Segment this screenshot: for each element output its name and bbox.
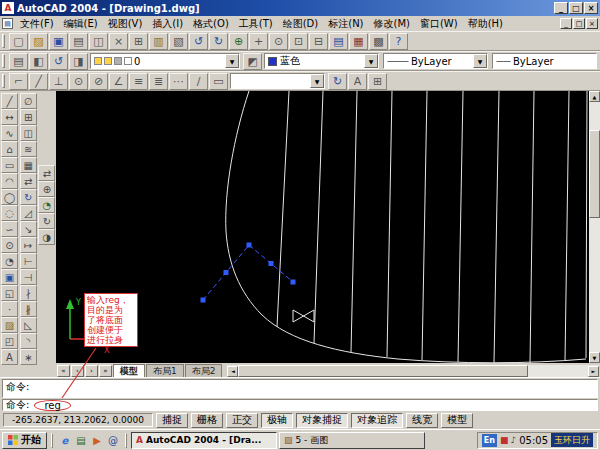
circle-icon[interactable]: ◯ <box>1 189 18 205</box>
status-toggle-button[interactable]: 线宽 <box>406 413 438 428</box>
cut-icon[interactable]: × <box>109 33 128 50</box>
menu-item[interactable]: 文件(F) <box>15 17 59 31</box>
layer-properties-icon[interactable]: ▤ <box>9 53 28 70</box>
continuous-orbit-icon[interactable]: ↻ <box>38 213 55 229</box>
rectangle-icon[interactable]: ▭ <box>1 157 18 173</box>
scrollbar-thumb[interactable] <box>589 130 600 218</box>
angular-dimension-icon[interactable]: ∠ <box>109 73 128 90</box>
pan-3d-icon[interactable]: ⇄ <box>38 165 55 181</box>
rotate-icon[interactable]: ↻ <box>20 189 37 205</box>
ie-icon[interactable]: e <box>57 433 73 448</box>
mirror-icon[interactable]: ◫ <box>20 125 37 141</box>
status-toggle-button[interactable]: 对象追踪 <box>351 413 403 428</box>
chevron-down-icon[interactable]: ▼ <box>225 54 239 68</box>
status-toggle-button[interactable]: 极轴 <box>261 413 293 428</box>
scroll-left-icon[interactable]: ◄ <box>227 366 238 377</box>
toolbar-grip[interactable] <box>2 74 5 88</box>
open-file-icon[interactable]: ▨ <box>29 33 48 50</box>
fillet-icon[interactable]: ◝ <box>20 333 37 349</box>
color-dropdown[interactable]: 蓝色 ▼ <box>264 53 379 69</box>
insert-hyperlink-icon[interactable]: ⊕ <box>229 33 248 50</box>
vertical-scrollbar[interactable]: ▲ ▼ <box>589 91 600 363</box>
media-player-icon[interactable]: ▶ <box>89 433 105 448</box>
clock[interactable]: 05:05 <box>519 435 548 446</box>
make-block-icon[interactable]: ◱ <box>1 285 18 301</box>
layout-tab[interactable]: 布局1 <box>146 364 184 377</box>
zoom-window-icon[interactable]: ⊡ <box>289 33 308 50</box>
volume-icon[interactable]: ♪ <box>510 435 516 445</box>
scale-icon[interactable]: ◿ <box>20 205 37 221</box>
ellipse-icon[interactable]: ⊙ <box>1 237 18 253</box>
tab-nav-prev[interactable]: ‹ <box>71 365 84 377</box>
menu-item[interactable]: 修改(M) <box>369 17 415 31</box>
maximize-button[interactable]: □ <box>569 2 583 14</box>
outlook-icon[interactable]: @ <box>105 433 121 448</box>
menu-item[interactable]: 窗口(W) <box>415 17 463 31</box>
command-line[interactable]: 命令: reg <box>2 399 598 411</box>
design-center-icon[interactable]: ▦ <box>349 33 368 50</box>
ellipse-arc-icon[interactable]: ◔ <box>1 253 18 269</box>
move-icon[interactable]: ⇄ <box>20 173 37 189</box>
pan-realtime-icon[interactable]: + <box>249 33 268 50</box>
zoom-3d-icon[interactable]: ⊕ <box>38 181 55 197</box>
linear-dimension-icon[interactable]: ⌐ <box>9 73 28 90</box>
language-indicator[interactable]: En <box>482 434 497 447</box>
erase-icon[interactable]: ∅ <box>20 93 37 109</box>
menu-item[interactable]: 工具(T) <box>234 17 278 31</box>
antivirus-icon[interactable]: ■ <box>500 435 509 445</box>
chevron-down-icon[interactable]: ▼ <box>473 54 487 68</box>
copy-icon[interactable]: ⊞ <box>129 33 148 50</box>
status-toggle-button[interactable]: 捕捉 <box>156 413 188 428</box>
array-icon[interactable]: ▦ <box>20 157 37 173</box>
trim-icon[interactable]: ⊢ <box>20 253 37 269</box>
command-history[interactable]: 命令: <box>2 379 598 398</box>
extend-icon[interactable]: ⊣ <box>20 269 37 285</box>
toolbar-grip[interactable] <box>2 34 5 48</box>
ordinate-dimension-icon[interactable]: ⊥ <box>49 73 68 90</box>
command-input-value[interactable]: reg <box>34 400 70 411</box>
layout-tab[interactable]: 布局2 <box>185 364 223 377</box>
multiline-text-icon[interactable]: A <box>1 349 18 365</box>
spline-icon[interactable]: ∽ <box>1 221 18 237</box>
chevron-down-icon[interactable]: ▼ <box>364 54 378 68</box>
menu-item[interactable]: 视图(V) <box>103 17 148 31</box>
mdi-minimize-button[interactable]: _ <box>560 18 572 29</box>
make-layer-current-icon[interactable]: ◨ <box>69 53 88 70</box>
hatch-icon[interactable]: ▨ <box>1 317 18 333</box>
task-button[interactable]: A AutoCAD 2004 - [Dra... <box>131 432 277 449</box>
match-properties-icon[interactable]: ▧ <box>169 33 188 50</box>
layer-dropdown[interactable]: 0 ▼ <box>90 53 240 69</box>
scroll-down-icon[interactable]: ▼ <box>589 352 600 363</box>
dimension-style-icon[interactable]: ▭ <box>209 73 228 90</box>
tab-nav-first[interactable]: « <box>57 365 70 377</box>
menu-item[interactable]: 标注(N) <box>323 17 368 31</box>
break-icon[interactable]: ∦ <box>20 301 37 317</box>
revision-cloud-icon[interactable]: ◌ <box>1 205 18 221</box>
redo-icon[interactable]: ↻ <box>209 33 228 50</box>
lineweight-dropdown[interactable]: —— ByLayer <box>492 53 597 69</box>
break-at-point-icon[interactable]: ∤ <box>20 285 37 301</box>
menu-item[interactable]: 插入(I) <box>147 17 188 31</box>
mdi-restore-button[interactable]: □ <box>573 18 585 29</box>
scrollbar-thumb[interactable] <box>238 365 528 377</box>
drawing-viewport[interactable]: X Y 输入reg，目的是为了将底面创建便于进行拉身 <box>56 91 589 363</box>
lengthen-icon[interactable]: ↦ <box>20 237 37 253</box>
polygon-icon[interactable]: ⌂ <box>1 141 18 157</box>
dimension-edit-icon[interactable]: ∕ <box>189 73 208 90</box>
menu-item[interactable]: 编辑(E) <box>59 17 103 31</box>
close-button[interactable]: × <box>584 2 598 14</box>
stretch-icon[interactable]: ↘ <box>20 221 37 237</box>
zoom-realtime-icon[interactable]: ⊙ <box>269 33 288 50</box>
plot-icon[interactable]: ▤ <box>69 33 88 50</box>
help-icon[interactable]: ? <box>389 33 408 50</box>
scroll-up-icon[interactable]: ▲ <box>589 91 600 102</box>
status-toggle-button[interactable]: 正交 <box>226 413 258 428</box>
menu-item[interactable]: 格式(O) <box>188 17 234 31</box>
baseline-dimension-icon[interactable]: ≣ <box>149 73 168 90</box>
dim-style-dropdown[interactable]: ▼ <box>230 73 325 89</box>
start-button[interactable]: 开始 <box>2 432 47 449</box>
minimize-button[interactable]: _ <box>554 2 568 14</box>
scroll-right-icon[interactable]: ► <box>588 366 599 377</box>
menu-item[interactable]: 帮助(H) <box>463 17 508 31</box>
save-file-icon[interactable]: ▣ <box>49 33 68 50</box>
